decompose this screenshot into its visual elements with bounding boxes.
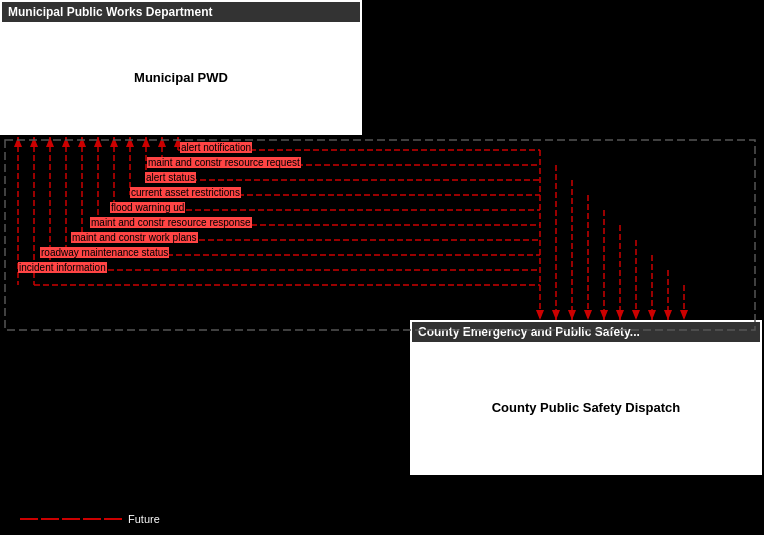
label-flood-warning: flood warning ud [110,202,185,213]
svg-marker-13 [46,137,54,147]
svg-marker-16 [94,137,102,147]
county-box: County Emergency and Public Safety... Co… [410,320,762,475]
label-incident-information: incident information [18,262,107,273]
county-header: County Emergency and Public Safety... [412,322,760,344]
label-roadway-maintenance-status: roadway maintenance status [40,247,169,258]
svg-marker-49 [648,310,656,320]
label-maint-constr-resource-request: maint and constr resource request [147,157,301,168]
svg-marker-19 [142,137,150,147]
legend-dash-5 [104,518,122,520]
svg-marker-20 [158,137,166,147]
svg-marker-15 [78,137,86,147]
svg-marker-48 [632,310,640,320]
municipal-title: Municipal PWD [2,24,360,131]
label-maint-constr-work-plans: maint and constr work plans [71,232,198,243]
svg-marker-51 [680,310,688,320]
municipal-pwd-box: Municipal Public Works Department Munici… [0,0,362,135]
svg-marker-46 [600,310,608,320]
legend-dash-2 [41,518,59,520]
label-alert-status: alert status [145,172,196,183]
svg-marker-12 [30,137,38,147]
legend-label: Future [128,513,160,525]
svg-marker-42 [536,310,544,320]
legend: Future [20,513,160,525]
svg-marker-45 [584,310,592,320]
label-current-asset-restrictions: current asset restrictions [130,187,241,198]
svg-marker-50 [664,310,672,320]
label-alert-notification: alert notification [180,142,252,153]
svg-marker-18 [126,137,134,147]
svg-marker-44 [568,310,576,320]
legend-dashes [20,518,122,520]
legend-dash-4 [83,518,101,520]
svg-marker-47 [616,310,624,320]
diagram-container: Municipal Public Works Department Munici… [0,0,764,535]
municipal-header: Municipal Public Works Department [2,2,360,24]
svg-marker-17 [110,137,118,147]
legend-dash-3 [62,518,80,520]
svg-marker-43 [552,310,560,320]
county-title: County Public Safety Dispatch [412,344,760,471]
svg-marker-11 [14,137,22,147]
svg-marker-14 [62,137,70,147]
legend-dash-1 [20,518,38,520]
label-maint-constr-resource-response: maint and constr resource response [90,217,252,228]
